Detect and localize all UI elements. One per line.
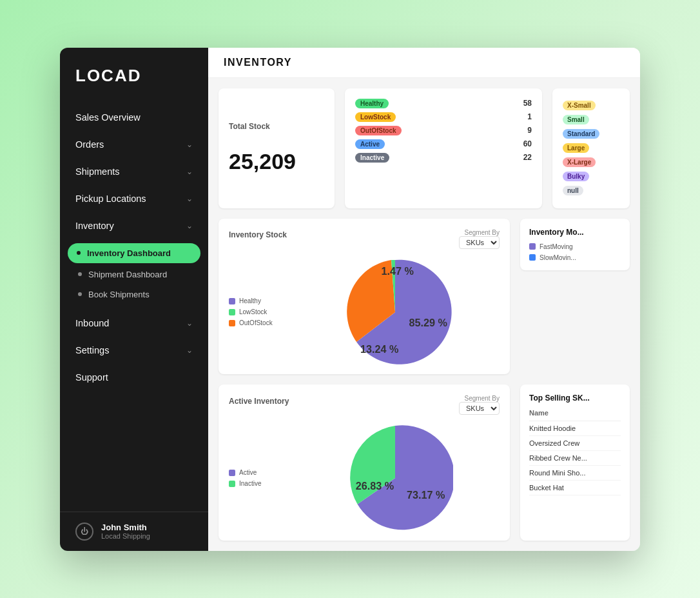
stat-value: 22: [523, 153, 532, 162]
app-container: LOCAD Sales Overview Orders ⌄ Shipments …: [60, 48, 640, 551]
sidebar-footer: ⏻ John Smith Locad Shipping: [60, 512, 208, 551]
size-badge: Bulky: [563, 172, 589, 181]
legend-item: FastMoving: [529, 243, 621, 250]
total-stock-title: Total Stock: [229, 122, 324, 131]
top-sku-list: Knitted HoodieOversized CrewRibbed Crew …: [529, 421, 621, 495]
stat-value: 1: [527, 112, 532, 121]
size-badge: null: [563, 186, 583, 195]
sidebar-item-orders[interactable]: Orders ⌄: [60, 131, 208, 158]
segment-select-2[interactable]: SKUs: [459, 402, 500, 415]
table-row: Bucket Hat: [529, 481, 621, 495]
inventory-stock-chart-card: Inventory Stock Segment By SKUs: [219, 219, 510, 375]
sidebar-label: Settings: [75, 345, 109, 355]
legend-item: Healthy: [229, 297, 280, 304]
size-badge: Large: [563, 143, 589, 153]
legend-dot: [229, 470, 235, 476]
logo: LOCAD: [60, 48, 208, 99]
sidebar-item-pickup-locations[interactable]: Pickup Locations ⌄: [60, 185, 208, 212]
inventory-sub-menu: Inventory Dashboard Shipment Dashboard B…: [60, 239, 208, 310]
active-inventory-chart-card: Active Inventory Segment By SKUs: [219, 384, 510, 541]
stat-value: 9: [527, 126, 532, 135]
total-stock-value: 25,209: [229, 149, 324, 174]
inventory-movement-card: Inventory Mo... FastMoving SlowMovin...: [520, 219, 630, 270]
svg-text:73.17 %: 73.17 %: [407, 489, 445, 501]
size-badge: X-Small: [563, 101, 596, 110]
stock-stats-card: Healthy58LowStock1OutOfStock9Active60Ina…: [345, 88, 542, 208]
size-badges-card: X-SmallSmallStandardLargeX-LargeBulkynul…: [552, 88, 630, 208]
sidebar-sub-shipment-dashboard[interactable]: Shipment Dashboard: [60, 264, 208, 284]
sidebar-item-sales-overview[interactable]: Sales Overview: [60, 104, 208, 131]
segment-label: Segment By: [465, 229, 500, 236]
total-stock-card: Total Stock 25,209: [219, 88, 335, 208]
pie-container: Active Inactive: [229, 420, 500, 536]
sidebar-label: Orders: [75, 139, 104, 150]
chevron-down-icon: ⌄: [186, 194, 193, 203]
power-icon[interactable]: ⏻: [75, 523, 93, 541]
sidebar-sub-book-shipments[interactable]: Book Shipments: [60, 284, 208, 304]
stat-row: Healthy58: [355, 99, 532, 108]
sidebar-label: Pickup Locations: [75, 194, 146, 204]
top-selling-card: Top Selling SK... Name Knitted HoodieOve…: [520, 384, 630, 541]
inv-movement-legend: FastMoving SlowMovin...: [529, 243, 621, 261]
sidebar-item-inventory[interactable]: Inventory ⌄: [60, 212, 208, 239]
stat-value: 60: [523, 139, 532, 148]
stat-badge: Active: [355, 139, 385, 149]
svg-text:26.83 %: 26.83 %: [356, 480, 394, 492]
stat-value: 58: [523, 99, 532, 108]
user-info: John Smith Locad Shipping: [101, 523, 150, 540]
sidebar-item-support[interactable]: Support: [60, 364, 208, 391]
active-row: Active Inventory Segment By SKUs: [219, 384, 630, 541]
stats-row: Total Stock 25,209 Healthy58LowStock1Out…: [219, 88, 630, 208]
inventory-movement-title: Inventory Mo...: [529, 228, 621, 237]
sidebar-sub-inventory-dashboard[interactable]: Inventory Dashboard: [68, 243, 200, 263]
content-area: Total Stock 25,209 Healthy58LowStock1Out…: [208, 78, 640, 551]
legend-item: LowStock: [229, 308, 280, 315]
pie-container: Healthy LowStock OutOfStock: [229, 254, 500, 370]
legend-dot: [529, 243, 536, 250]
stat-badge: OutOfStock: [355, 126, 402, 135]
top-selling-title: Top Selling SK...: [529, 394, 621, 403]
chevron-down-icon: ⌄: [186, 319, 193, 328]
page-header: INVENTORY: [208, 48, 640, 78]
legend-dot: [529, 254, 536, 261]
top-selling-header: Name: [529, 409, 621, 421]
table-row: Knitted Hoodie: [529, 421, 621, 436]
sidebar-label: Shipments: [75, 166, 120, 177]
segment-select[interactable]: SKUs: [459, 236, 500, 249]
user-name: John Smith: [101, 523, 150, 532]
sidebar-label: Sales Overview: [75, 112, 141, 123]
pie-legend: Active Inactive: [229, 469, 280, 487]
chevron-down-icon: ⌄: [186, 140, 193, 149]
sub-item-label: Shipment Dashboard: [88, 270, 167, 279]
sidebar-item-settings[interactable]: Settings ⌄: [60, 337, 208, 364]
chevron-down-icon: ⌄: [186, 346, 193, 355]
sidebar-label: Inventory: [75, 221, 114, 231]
chevron-down-icon: ⌄: [186, 221, 193, 230]
stat-row: Inactive22: [355, 153, 532, 163]
table-row: Oversized Crew: [529, 436, 621, 451]
sidebar-item-inbound[interactable]: Inbound ⌄: [60, 310, 208, 337]
logo-text: LOCAD: [75, 66, 193, 86]
legend-dot: [229, 309, 235, 315]
stat-row: LowStock1: [355, 112, 532, 122]
main-content: INVENTORY Total Stock 25,209 Healthy58Lo…: [208, 48, 640, 551]
stat-badge: Healthy: [355, 99, 389, 108]
right-panel-2: Top Selling SK... Name Knitted HoodieOve…: [520, 384, 630, 541]
legend-dot: [229, 481, 235, 487]
user-subtitle: Locad Shipping: [101, 532, 150, 540]
sub-item-label: Inventory Dashboard: [87, 248, 171, 258]
bullet-icon: [77, 251, 81, 255]
stock-stats-list: Healthy58LowStock1OutOfStock9Active60Ina…: [355, 99, 532, 163]
bullet-icon: [78, 272, 82, 276]
legend-item: OutOfStock: [229, 319, 280, 326]
stat-badge: LowStock: [355, 112, 396, 122]
active-inventory-pie: 73.17 % 26.83 %: [291, 420, 500, 536]
sidebar-item-shipments[interactable]: Shipments ⌄: [60, 158, 208, 185]
pie-legend: Healthy LowStock OutOfStock: [229, 297, 280, 326]
page-title: INVENTORY: [224, 57, 625, 68]
table-row: Round Mini Sho...: [529, 466, 621, 481]
chart-title: Inventory Stock: [229, 230, 287, 239]
size-badge: Standard: [563, 129, 599, 139]
svg-text:1.47 %: 1.47 %: [381, 265, 413, 277]
svg-text:13.24 %: 13.24 %: [360, 343, 398, 355]
